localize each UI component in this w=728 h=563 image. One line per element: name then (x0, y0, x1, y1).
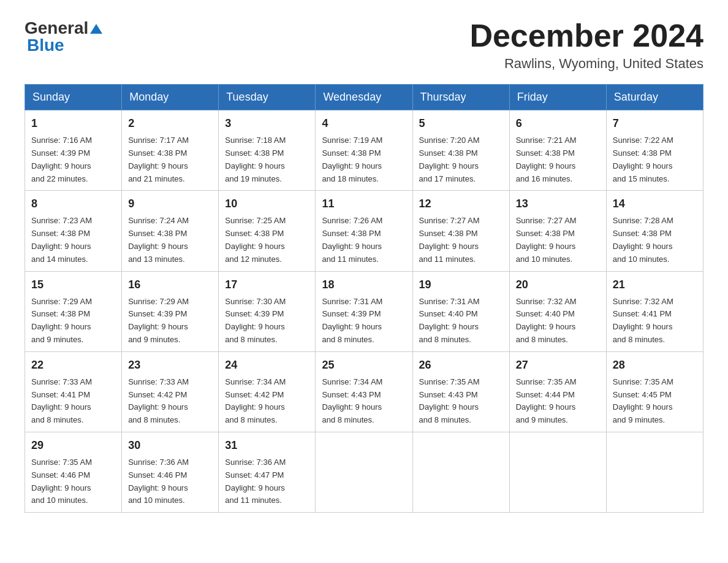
day-number: 26 (419, 357, 503, 373)
day-number: 19 (419, 277, 503, 293)
calendar-cell: 5 Sunrise: 7:20 AMSunset: 4:38 PMDayligh… (412, 110, 509, 191)
day-info: Sunrise: 7:22 AMSunset: 4:38 PMDaylight:… (613, 136, 673, 183)
calendar-cell (412, 432, 509, 512)
day-number: 2 (128, 115, 212, 132)
calendar-cell: 17 Sunrise: 7:30 AMSunset: 4:39 PMDaylig… (219, 271, 316, 351)
day-number: 6 (516, 115, 600, 132)
day-number: 25 (322, 357, 406, 373)
calendar-cell: 18 Sunrise: 7:31 AMSunset: 4:39 PMDaylig… (316, 271, 412, 351)
day-info: Sunrise: 7:18 AMSunset: 4:38 PMDaylight:… (225, 136, 286, 183)
title-block: December 2024 Rawlins, Wyoming, United S… (469, 18, 703, 72)
day-info: Sunrise: 7:19 AMSunset: 4:38 PMDaylight:… (322, 136, 382, 183)
calendar-cell: 3 Sunrise: 7:18 AMSunset: 4:38 PMDayligh… (219, 110, 316, 191)
calendar-cell: 21 Sunrise: 7:32 AMSunset: 4:41 PMDaylig… (606, 271, 703, 351)
week-row-3: 15 Sunrise: 7:29 AMSunset: 4:38 PMDaylig… (25, 271, 703, 351)
calendar-cell: 7 Sunrise: 7:22 AMSunset: 4:38 PMDayligh… (606, 110, 703, 191)
day-number: 27 (516, 357, 600, 373)
logo-blue-text: Blue (27, 36, 64, 55)
calendar-title: December 2024 (469, 18, 703, 53)
day-info: Sunrise: 7:32 AMSunset: 4:40 PMDaylight:… (516, 297, 577, 344)
day-info: Sunrise: 7:26 AMSunset: 4:38 PMDaylight:… (322, 216, 382, 263)
calendar-cell: 12 Sunrise: 7:27 AMSunset: 4:38 PMDaylig… (412, 191, 509, 271)
calendar-cell: 9 Sunrise: 7:24 AMSunset: 4:38 PMDayligh… (122, 191, 219, 271)
calendar-cell: 29 Sunrise: 7:35 AMSunset: 4:46 PMDaylig… (25, 432, 122, 512)
day-number: 1 (31, 115, 115, 132)
calendar-cell: 10 Sunrise: 7:25 AMSunset: 4:38 PMDaylig… (219, 191, 316, 271)
day-info: Sunrise: 7:21 AMSunset: 4:38 PMDaylight:… (516, 136, 577, 183)
day-info: Sunrise: 7:31 AMSunset: 4:39 PMDaylight:… (322, 297, 382, 344)
day-info: Sunrise: 7:28 AMSunset: 4:38 PMDaylight:… (613, 216, 673, 263)
calendar-cell: 20 Sunrise: 7:32 AMSunset: 4:40 PMDaylig… (509, 271, 606, 351)
calendar-cell: 16 Sunrise: 7:29 AMSunset: 4:39 PMDaylig… (122, 271, 219, 351)
calendar-cell: 23 Sunrise: 7:33 AMSunset: 4:42 PMDaylig… (122, 351, 219, 432)
day-number: 16 (128, 277, 212, 293)
day-number: 4 (322, 115, 406, 132)
calendar-cell (606, 432, 703, 512)
day-info: Sunrise: 7:34 AMSunset: 4:43 PMDaylight:… (322, 377, 382, 424)
day-info: Sunrise: 7:23 AMSunset: 4:38 PMDaylight:… (31, 216, 92, 263)
day-number: 18 (322, 277, 406, 293)
calendar-cell (316, 432, 412, 512)
week-row-2: 8 Sunrise: 7:23 AMSunset: 4:38 PMDayligh… (25, 191, 703, 271)
header-thursday: Thursday (412, 85, 509, 110)
calendar-cell: 4 Sunrise: 7:19 AMSunset: 4:38 PMDayligh… (316, 110, 412, 191)
day-number: 24 (225, 357, 309, 373)
day-number: 20 (516, 277, 600, 293)
day-info: Sunrise: 7:29 AMSunset: 4:39 PMDaylight:… (128, 297, 189, 344)
day-number: 21 (613, 277, 697, 293)
day-info: Sunrise: 7:35 AMSunset: 4:44 PMDaylight:… (516, 377, 577, 424)
calendar-cell: 2 Sunrise: 7:17 AMSunset: 4:38 PMDayligh… (122, 110, 219, 191)
day-info: Sunrise: 7:33 AMSunset: 4:42 PMDaylight:… (128, 377, 189, 424)
calendar-cell: 28 Sunrise: 7:35 AMSunset: 4:45 PMDaylig… (606, 351, 703, 432)
day-info: Sunrise: 7:36 AMSunset: 4:47 PMDaylight:… (225, 458, 286, 505)
weekday-header-row: Sunday Monday Tuesday Wednesday Thursday… (25, 85, 703, 110)
day-info: Sunrise: 7:17 AMSunset: 4:38 PMDaylight:… (128, 136, 189, 183)
day-number: 7 (613, 115, 697, 132)
calendar-cell: 24 Sunrise: 7:34 AMSunset: 4:42 PMDaylig… (219, 351, 316, 432)
week-row-4: 22 Sunrise: 7:33 AMSunset: 4:41 PMDaylig… (25, 351, 703, 432)
day-info: Sunrise: 7:27 AMSunset: 4:38 PMDaylight:… (516, 216, 577, 263)
day-number: 13 (516, 196, 600, 212)
day-info: Sunrise: 7:20 AMSunset: 4:38 PMDaylight:… (419, 136, 480, 183)
day-info: Sunrise: 7:30 AMSunset: 4:39 PMDaylight:… (225, 297, 286, 344)
header-tuesday: Tuesday (219, 85, 316, 110)
calendar-cell: 8 Sunrise: 7:23 AMSunset: 4:38 PMDayligh… (25, 191, 122, 271)
day-number: 17 (225, 277, 309, 293)
day-number: 12 (419, 196, 503, 212)
calendar-cell: 14 Sunrise: 7:28 AMSunset: 4:38 PMDaylig… (606, 191, 703, 271)
page-header: General Blue December 2024 Rawlins, Wyom… (25, 18, 703, 72)
svg-marker-0 (90, 24, 102, 34)
day-number: 31 (225, 437, 309, 454)
day-info: Sunrise: 7:35 AMSunset: 4:46 PMDaylight:… (31, 458, 92, 505)
day-info: Sunrise: 7:34 AMSunset: 4:42 PMDaylight:… (225, 377, 286, 424)
day-info: Sunrise: 7:29 AMSunset: 4:38 PMDaylight:… (31, 297, 92, 344)
day-number: 5 (419, 115, 503, 132)
day-number: 15 (31, 277, 115, 293)
day-info: Sunrise: 7:32 AMSunset: 4:41 PMDaylight:… (613, 297, 673, 344)
day-number: 28 (613, 357, 697, 373)
calendar-cell: 11 Sunrise: 7:26 AMSunset: 4:38 PMDaylig… (316, 191, 412, 271)
day-number: 23 (128, 357, 212, 373)
day-info: Sunrise: 7:24 AMSunset: 4:38 PMDaylight:… (128, 216, 189, 263)
day-number: 9 (128, 196, 212, 212)
calendar-cell: 13 Sunrise: 7:27 AMSunset: 4:38 PMDaylig… (509, 191, 606, 271)
header-wednesday: Wednesday (316, 85, 412, 110)
logo: General Blue (25, 18, 102, 55)
header-friday: Friday (509, 85, 606, 110)
day-info: Sunrise: 7:35 AMSunset: 4:45 PMDaylight:… (613, 377, 673, 424)
day-number: 3 (225, 115, 309, 132)
calendar-cell (509, 432, 606, 512)
calendar-cell: 30 Sunrise: 7:36 AMSunset: 4:46 PMDaylig… (122, 432, 219, 512)
day-number: 22 (31, 357, 115, 373)
calendar-table: Sunday Monday Tuesday Wednesday Thursday… (25, 84, 703, 513)
header-monday: Monday (122, 85, 219, 110)
calendar-cell: 19 Sunrise: 7:31 AMSunset: 4:40 PMDaylig… (412, 271, 509, 351)
header-sunday: Sunday (25, 85, 122, 110)
day-info: Sunrise: 7:27 AMSunset: 4:38 PMDaylight:… (419, 216, 480, 263)
day-info: Sunrise: 7:25 AMSunset: 4:38 PMDaylight:… (225, 216, 286, 263)
calendar-cell: 22 Sunrise: 7:33 AMSunset: 4:41 PMDaylig… (25, 351, 122, 432)
day-info: Sunrise: 7:31 AMSunset: 4:40 PMDaylight:… (419, 297, 480, 344)
calendar-cell: 31 Sunrise: 7:36 AMSunset: 4:47 PMDaylig… (219, 432, 316, 512)
header-saturday: Saturday (606, 85, 703, 110)
calendar-cell: 1 Sunrise: 7:16 AMSunset: 4:39 PMDayligh… (25, 110, 122, 191)
